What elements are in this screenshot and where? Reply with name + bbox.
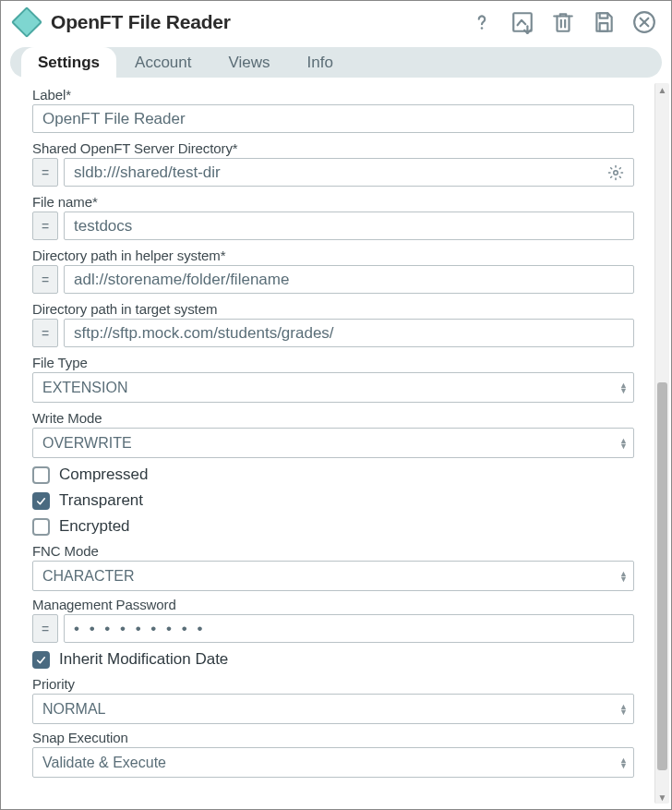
field-fnc-mode: FNC Mode CHARACTER ▲▼	[32, 543, 634, 591]
scroll-down-icon[interactable]: ▼	[655, 791, 669, 804]
dialog-title: OpenFT File Reader	[51, 11, 470, 33]
field-file-type: File Type EXTENSION ▲▼	[32, 355, 634, 403]
dialog-frame: OpenFT File Reader Settings Account View…	[0, 0, 672, 810]
tab-settings[interactable]: Settings	[21, 47, 116, 78]
field-file-name: File name* = testdocs	[32, 194, 634, 240]
svg-point-0	[481, 27, 484, 30]
field-encrypted: Encrypted	[32, 517, 634, 536]
tab-account[interactable]: Account	[116, 47, 210, 78]
helper-path-input[interactable]: adl://storename/folder/filename	[64, 265, 634, 294]
field-write-mode: Write Mode OVERWRITE ▲▼	[32, 410, 634, 458]
field-helper-path-caption: Directory path in helper system*	[32, 248, 634, 263]
mgmt-password-input[interactable]: • • • • • • • • •	[64, 614, 634, 643]
file-type-select[interactable]: EXTENSION ▲▼	[32, 372, 634, 403]
svg-rect-6	[600, 23, 608, 31]
encrypted-checkbox[interactable]	[32, 518, 50, 536]
tab-bar: Settings Account Views Info	[10, 47, 662, 78]
stepper-icon: ▲▼	[619, 757, 628, 768]
expression-toggle-button[interactable]: =	[32, 212, 58, 240]
inherit-mod-date-checkbox[interactable]	[32, 651, 50, 669]
svg-point-10	[614, 170, 618, 175]
expression-toggle-button[interactable]: =	[32, 614, 58, 643]
shared-dir-input[interactable]: sldb:///shared/test-dir	[64, 158, 634, 187]
field-label: Label* OpenFT File Reader	[32, 87, 634, 133]
field-label-caption: Label*	[32, 87, 634, 103]
field-shared-dir: Shared OpenFT Server Directory* = sldb:/…	[32, 140, 634, 187]
inherit-mod-date-label: Inherit Modification Date	[59, 650, 228, 669]
field-file-type-caption: File Type	[32, 355, 634, 370]
expression-toggle-button[interactable]: =	[32, 265, 58, 294]
transparent-checkbox[interactable]	[32, 492, 50, 510]
field-snap-exec: Snap Execution Validate & Execute ▲▼	[32, 730, 634, 778]
target-path-input[interactable]: sftp://sftp.mock.com/students/grades/	[64, 319, 634, 347]
field-helper-path: Directory path in helper system* = adl:/…	[32, 248, 634, 294]
stepper-icon: ▲▼	[619, 571, 628, 582]
snap-exec-select[interactable]: Validate & Execute ▲▼	[32, 747, 634, 778]
encrypted-label: Encrypted	[59, 517, 130, 536]
image-export-icon[interactable]	[510, 10, 534, 34]
trash-icon[interactable]	[551, 10, 575, 34]
label-input[interactable]: OpenFT File Reader	[32, 104, 634, 133]
field-file-name-caption: File name*	[32, 194, 634, 210]
dialog-header: OpenFT File Reader	[1, 1, 671, 42]
field-target-path: Directory path in target system = sftp:/…	[32, 301, 634, 347]
compressed-checkbox[interactable]	[32, 466, 50, 484]
field-priority: Priority NORMAL ▲▼	[32, 676, 634, 724]
tab-views[interactable]: Views	[210, 47, 289, 78]
stepper-icon: ▲▼	[619, 704, 628, 715]
close-icon[interactable]	[632, 10, 656, 34]
expression-toggle-button[interactable]: =	[32, 158, 58, 187]
app-logo-icon	[11, 6, 42, 38]
field-mgmt-password: Management Password = • • • • • • • • •	[32, 597, 634, 643]
form-area: Label* OpenFT File Reader Shared OpenFT …	[10, 83, 654, 804]
field-compressed: Compressed	[32, 465, 634, 484]
stepper-icon: ▲▼	[619, 382, 628, 393]
fnc-mode-select[interactable]: CHARACTER ▲▼	[32, 561, 634, 591]
field-target-path-caption: Directory path in target system	[32, 301, 634, 317]
expression-toggle-button[interactable]: =	[32, 319, 58, 347]
field-write-mode-caption: Write Mode	[32, 410, 634, 426]
field-fnc-mode-caption: FNC Mode	[32, 543, 634, 559]
dialog-body: Label* OpenFT File Reader Shared OpenFT …	[1, 78, 671, 809]
svg-rect-5	[600, 13, 608, 18]
help-icon[interactable]	[470, 10, 494, 34]
scrollbar-thumb[interactable]	[657, 382, 667, 770]
compressed-label: Compressed	[59, 465, 148, 484]
field-transparent: Transparent	[32, 491, 634, 510]
write-mode-select[interactable]: OVERWRITE ▲▼	[32, 428, 634, 458]
field-shared-dir-caption: Shared OpenFT Server Directory*	[32, 140, 634, 156]
field-snap-exec-caption: Snap Execution	[32, 730, 634, 745]
scroll-up-icon[interactable]: ▲	[655, 83, 669, 96]
gear-icon[interactable]	[607, 164, 624, 181]
transparent-label: Transparent	[59, 491, 143, 510]
field-priority-caption: Priority	[32, 676, 634, 692]
vertical-scrollbar[interactable]: ▲ ▼	[654, 83, 669, 804]
file-name-input[interactable]: testdocs	[64, 212, 634, 240]
priority-select[interactable]: NORMAL ▲▼	[32, 694, 634, 724]
header-actions	[470, 10, 656, 34]
stepper-icon: ▲▼	[619, 438, 628, 449]
tab-info[interactable]: Info	[289, 47, 352, 78]
field-inherit-mod-date: Inherit Modification Date	[32, 650, 634, 669]
field-mgmt-password-caption: Management Password	[32, 597, 634, 612]
save-icon[interactable]	[592, 10, 616, 34]
